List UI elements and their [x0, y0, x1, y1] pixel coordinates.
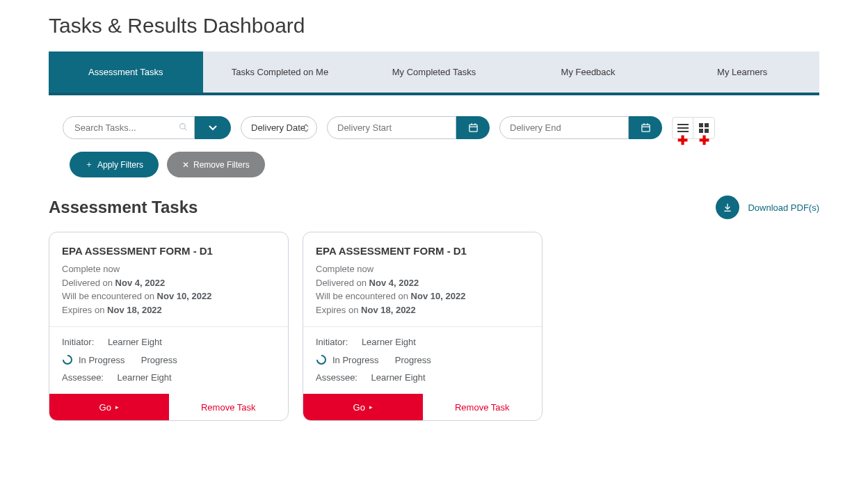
annotation-plus-icon: ✚ [699, 133, 709, 148]
search-group [63, 116, 231, 139]
tab-my-feedback[interactable]: My Feedback [511, 51, 666, 93]
remove-filters-button[interactable]: ✕ Remove Filters [167, 152, 265, 177]
remove-filters-label: Remove Filters [193, 160, 250, 170]
delivery-end-input[interactable] [499, 116, 629, 139]
section-title: Assessment Tasks [49, 198, 198, 217]
card-meta: Complete now Delivered on Nov 4, 2022 Wi… [62, 262, 275, 317]
svg-point-0 [180, 123, 186, 129]
card-actions: Go▸ Remove Task [303, 394, 542, 420]
card-meta: Complete now Delivered on Nov 4, 2022 Wi… [316, 262, 529, 317]
filters-row: Delivery Date ✚ ✚ [63, 116, 819, 139]
download-icon [716, 196, 739, 219]
apply-filters-label: Apply Filters [97, 160, 143, 170]
download-label: Download PDF(s) [748, 202, 819, 213]
chevron-right-icon: ▸ [115, 404, 119, 411]
svg-line-1 [184, 128, 186, 130]
initiator-row: Initiator: Learner Eight [316, 337, 529, 347]
svg-rect-14 [705, 123, 709, 127]
go-button[interactable]: Go▸ [303, 394, 423, 420]
download-pdfs-button[interactable]: Download PDF(s) [716, 196, 819, 219]
card-actions: Go▸ Remove Task [49, 394, 288, 420]
delivery-end-group [499, 116, 662, 139]
assessee-row: Assessee: Learner Eight [316, 372, 529, 383]
initiator-row: Initiator: Learner Eight [62, 337, 275, 347]
spinner-icon [62, 354, 73, 365]
grid-icon [699, 123, 709, 133]
complete-now-label: Complete now [316, 262, 529, 276]
delivery-start-group [327, 116, 490, 139]
assessee-row: Assessee: Learner Eight [62, 372, 275, 383]
tab-completed-on-me[interactable]: Tasks Completed on Me [203, 51, 357, 93]
spinner-icon [316, 354, 327, 365]
list-view-button[interactable]: ✚ [673, 118, 693, 138]
page-title: Tasks & Results Dashboard [49, 14, 819, 38]
list-icon [677, 123, 689, 133]
calendar-icon [641, 122, 651, 133]
status-row: In Progress Progress [62, 354, 275, 365]
search-input[interactable] [63, 116, 195, 139]
task-card: EPA ASSESSMENT FORM - D1 Complete now De… [49, 232, 289, 421]
svg-rect-2 [469, 125, 476, 132]
tab-assessment-tasks[interactable]: Assessment Tasks [49, 51, 203, 93]
search-icon [179, 122, 188, 134]
grid-view-button[interactable]: ✚ [693, 118, 714, 138]
card-title: EPA ASSESSMENT FORM - D1 [316, 245, 529, 257]
tab-my-learners[interactable]: My Learners [665, 51, 819, 93]
remove-task-button[interactable]: Remove Task [423, 394, 542, 420]
section-header-row: Assessment Tasks Download PDF(s) [49, 196, 819, 219]
delivery-start-input[interactable] [327, 116, 456, 139]
card-title: EPA ASSESSMENT FORM - D1 [62, 245, 275, 257]
plus-icon: ＋ [85, 159, 93, 170]
sort-select[interactable]: Delivery Date [241, 116, 317, 139]
search-dropdown-button[interactable] [195, 116, 231, 139]
delivery-end-calendar-button[interactable] [629, 116, 662, 139]
svg-rect-13 [699, 123, 703, 127]
remove-task-button[interactable]: Remove Task [169, 394, 289, 420]
view-toggle: ✚ ✚ [672, 117, 715, 139]
cards-container: EPA ASSESSMENT FORM - D1 Complete now De… [49, 232, 819, 421]
tab-bar: Assessment Tasks Tasks Completed on Me M… [49, 51, 819, 95]
go-button[interactable]: Go▸ [49, 394, 169, 420]
annotation-plus-icon: ✚ [677, 133, 688, 148]
sort-select-label: Delivery Date [251, 122, 305, 133]
chevron-right-icon: ▸ [369, 404, 373, 411]
status-row: In Progress Progress [316, 354, 529, 365]
apply-filters-button[interactable]: ＋ Apply Filters [70, 152, 159, 177]
complete-now-label: Complete now [62, 262, 275, 276]
filter-action-row: ＋ Apply Filters ✕ Remove Filters [70, 152, 819, 177]
calendar-icon [468, 122, 479, 133]
updown-icon [303, 123, 310, 133]
close-icon: ✕ [182, 160, 189, 170]
svg-rect-6 [641, 125, 649, 132]
task-card: EPA ASSESSMENT FORM - D1 Complete now De… [303, 232, 542, 421]
tab-my-completed-tasks[interactable]: My Completed Tasks [357, 51, 511, 93]
delivery-start-calendar-button[interactable] [456, 116, 490, 139]
